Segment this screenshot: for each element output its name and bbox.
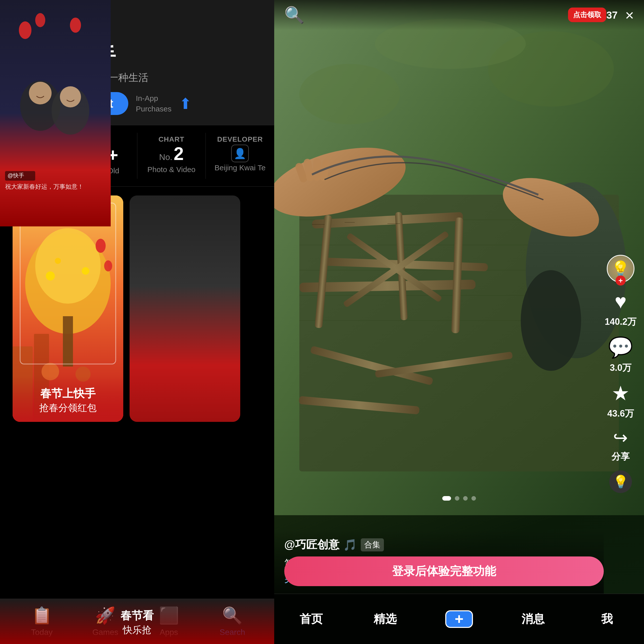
dot-4 [471, 496, 476, 501]
share-button[interactable]: ⬆ [179, 95, 192, 112]
svg-point-10 [35, 228, 101, 304]
svg-rect-48 [313, 158, 321, 181]
nav-featured[interactable]: 精选 [348, 611, 422, 627]
svg-point-12 [46, 271, 55, 280]
video-username: @巧匠创意 🎵 合集 [284, 537, 594, 552]
dot-3 [463, 496, 468, 501]
right-bottom-nav: 首页 精选 + 消息 我 [274, 594, 644, 644]
stat-chart-value: No. 2 [159, 143, 184, 164]
collection-icon: 🎵 [343, 538, 357, 551]
svg-point-32 [299, 64, 400, 124]
in-app-text: In-AppPurchases [136, 93, 172, 114]
stat-developer-sub: Beijing Kwai Te [215, 164, 266, 172]
app-store-panel: ‹ Search ✦ ✦ · 领红包 快手 [0, 0, 274, 644]
video-search-icon[interactable]: 🔍 [284, 6, 305, 25]
comment-icon: 💬 [608, 336, 633, 359]
screenshot-2-content: @快手 祝大家新春好运，万事如意！ 春节看快乐抢 [130, 195, 240, 422]
chart-no-text: No. [159, 152, 172, 162]
star-count: 43.6万 [607, 408, 634, 420]
creator-avatar[interactable]: 💡 + [607, 255, 634, 283]
svg-point-43 [521, 270, 581, 371]
stat-developer-label: DEVELOPER [217, 135, 263, 143]
action-star-item[interactable]: ★ 43.6万 [607, 382, 634, 420]
share-label: 分享 [612, 451, 630, 463]
nav-profile[interactable]: 我 [570, 611, 644, 627]
nav-home-label: 首页 [300, 611, 323, 627]
video-close-button[interactable]: × [625, 7, 634, 24]
plus-icon: + [455, 610, 463, 628]
action-avatar-item: 💡 + [607, 255, 634, 283]
dot-2 [455, 496, 459, 501]
action-share-item[interactable]: ↪ 分享 [612, 427, 630, 463]
svg-point-14 [55, 258, 61, 264]
stat-developer: DEVELOPER 👤 Beijing Kwai Te [206, 133, 274, 179]
screenshot-1-content: 春节上快手抢春分领红包 [13, 195, 123, 422]
login-button[interactable]: 登录后体验完整功能 [284, 556, 604, 586]
video-app-panel: 🔍 1 / 37 × 点击领取 💡 + ♥ 140.2万 💬 3.0万 [274, 0, 644, 644]
nav-profile-label: 我 [601, 611, 613, 627]
follow-plus-icon[interactable]: + [616, 275, 626, 286]
username-text: @巧匠创意 [284, 537, 339, 552]
dot-1 [442, 496, 451, 501]
chart-number-big: 2 [174, 143, 184, 164]
plus-button[interactable]: + [445, 610, 473, 628]
stat-chart-label: CHART [158, 135, 184, 143]
svg-point-16 [104, 260, 112, 271]
stat-chart: CHART No. 2 Photo & Video [137, 133, 206, 179]
action-like-item[interactable]: ♥ 140.2万 [605, 290, 636, 328]
action-comment-item[interactable]: 💬 3.0万 [608, 336, 633, 374]
video-scene-svg [274, 0, 644, 515]
share-icon: ↪ [613, 427, 628, 448]
screenshots-area: 春节上快手抢春分领红包 [0, 187, 274, 599]
progress-dots [442, 496, 476, 501]
svg-point-13 [82, 267, 89, 275]
nav-messages[interactable]: 消息 [496, 611, 570, 627]
screenshot-1: 春节上快手抢春分领红包 [13, 195, 123, 422]
lightbulb-icon: 💡 [609, 470, 632, 493]
stat-chart-sub: Photo & Video [147, 165, 195, 174]
nav-plus[interactable]: + [422, 610, 496, 628]
comment-count: 3.0万 [610, 362, 631, 374]
video-action-bar: 💡 + ♥ 140.2万 💬 3.0万 ★ 43.6万 ↪ 分享 💡 [605, 255, 636, 493]
nav-messages-label: 消息 [521, 611, 545, 627]
svg-rect-11 [63, 316, 73, 367]
like-icon: ♥ [615, 290, 627, 313]
red-badge[interactable]: 点击领取 [568, 8, 606, 22]
nav-featured-label: 精选 [374, 611, 397, 627]
action-more-item[interactable]: 💡 [609, 470, 632, 493]
collection-badge: 合集 [361, 538, 384, 551]
screenshot-1-text: 春节上快手抢春分领红包 [13, 376, 123, 422]
svg-point-15 [96, 239, 106, 253]
star-icon: ★ [612, 382, 630, 405]
craft-scene [274, 0, 644, 515]
video-background: 🔍 1 / 37 × 点击领取 💡 + ♥ 140.2万 💬 3.0万 [274, 0, 644, 644]
like-count: 140.2万 [605, 316, 636, 328]
nav-home[interactable]: 首页 [274, 611, 348, 627]
developer-avatar: 👤 [231, 145, 249, 162]
screenshot-2: @快手 祝大家新春好运，万事如意！ 春节看快乐抢 [130, 195, 240, 422]
